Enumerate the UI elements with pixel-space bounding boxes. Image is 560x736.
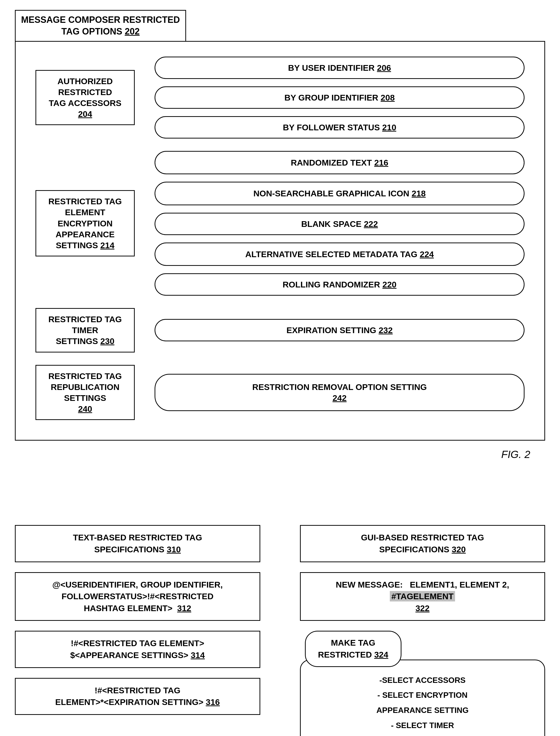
fig2-figure-label: FIG. 2 <box>501 449 530 461</box>
fig2-diagram: MESSAGE COMPOSER RESTRICTEDTAG OPTIONS 2… <box>15 10 545 441</box>
oval-randomized-text: RANDOMIZED TEXT 216 <box>155 151 525 174</box>
left-box-timer: RESTRICTED TAG TIMERSETTINGS 230 <box>35 308 135 352</box>
oval-restriction-removal: RESTRICTION REMOVAL OPTION SETTING242 <box>155 374 525 411</box>
fig3-left-column: TEXT-BASED RESTRICTED TAGSPECIFICATIONS … <box>15 525 260 715</box>
left-label-republication: RESTRICTED TAGREPUBLICATION SETTINGS240 <box>48 372 122 414</box>
oval-expiration: EXPIRATION SETTING 232 <box>155 319 525 341</box>
fig2-main-border: AUTHORIZED RESTRICTEDTAG ACCESSORS 204 B… <box>15 41 545 441</box>
oval-rolling-randomizer: ROLLING RANDOMIZER 220 <box>155 273 525 296</box>
oval-non-searchable: NON-SEARCHABLE GRAPHICAL ICON 218 <box>155 182 525 205</box>
make-tag-suboptions: -SELECT ACCESSORS - SELECT ENCRYPTIONAPP… <box>300 660 545 736</box>
fig3-item-312: @<USERIDENTIFIER, GROUP IDENTIFIER,FOLLO… <box>15 572 260 621</box>
fig3-make-tag-group: MAKE TAGRESTRICTED 324 -SELECT ACCESSORS… <box>300 631 545 736</box>
left-box-encryption: RESTRICTED TAG ELEMENTENCRYPTION APPEARA… <box>35 190 135 256</box>
right-items-encryption: RANDOMIZED TEXT 216 NON-SEARCHABLE GRAPH… <box>155 151 525 296</box>
tag-highlight: #TAGELEMENT <box>390 591 455 602</box>
fig3-right-column: GUI-BASED RESTRICTED TAGSPECIFICATIONS 3… <box>300 525 545 736</box>
make-tag-oval: MAKE TAGRESTRICTED 324 <box>305 631 401 667</box>
fig3-right-title-box: GUI-BASED RESTRICTED TAGSPECIFICATIONS 3… <box>300 525 545 562</box>
oval-user-identifier: BY USER IDENTIFIER 206 <box>155 57 525 79</box>
fig3-item-316: !#<RESTRICTED TAGELEMENT>*<EXPIRATION SE… <box>15 678 260 715</box>
fig3-left-title-box: TEXT-BASED RESTRICTED TAGSPECIFICATIONS … <box>15 525 260 562</box>
left-label-accessors: AUTHORIZED RESTRICTEDTAG ACCESSORS 204 <box>49 76 122 119</box>
oval-alternative-metadata: ALTERNATIVE SELECTED METADATA TAG 224 <box>155 242 525 266</box>
right-items-republication: RESTRICTION REMOVAL OPTION SETTING242 <box>155 374 525 411</box>
fig3-diagram: TEXT-BASED RESTRICTED TAGSPECIFICATIONS … <box>15 525 545 736</box>
fig3-new-message-box: NEW MESSAGE: ELEMENT1, ELEMENT 2, #TAGEL… <box>300 572 545 621</box>
left-box-accessors: AUTHORIZED RESTRICTEDTAG ACCESSORS 204 <box>35 70 135 125</box>
oval-group-identifier: BY GROUP IDENTIFIER 208 <box>155 86 525 109</box>
fig2-row-republication: RESTRICTED TAGREPUBLICATION SETTINGS240 … <box>35 365 525 420</box>
left-label-timer: RESTRICTED TAG TIMERSETTINGS 230 <box>48 314 122 346</box>
right-items-accessors: BY USER IDENTIFIER 206 BY GROUP IDENTIFI… <box>155 57 525 139</box>
fig2-title-text: MESSAGE COMPOSER RESTRICTEDTAG OPTIONS 2… <box>21 15 180 36</box>
fig3-columns: TEXT-BASED RESTRICTED TAGSPECIFICATIONS … <box>15 525 545 736</box>
fig3-item-314: !#<RESTRICTED TAG ELEMENT>$<APPEARANCE S… <box>15 631 260 668</box>
left-box-republication: RESTRICTED TAGREPUBLICATION SETTINGS240 <box>35 365 135 420</box>
right-items-timer: EXPIRATION SETTING 232 <box>155 319 525 341</box>
oval-blank-space: BLANK SPACE 222 <box>155 213 525 235</box>
fig2-row-timer: RESTRICTED TAG TIMERSETTINGS 230 EXPIRAT… <box>35 308 525 352</box>
oval-follower-status: BY FOLLOWER STATUS 210 <box>155 116 525 138</box>
left-label-encryption: RESTRICTED TAG ELEMENTENCRYPTION APPEARA… <box>48 197 122 250</box>
fig2-title-box: MESSAGE COMPOSER RESTRICTEDTAG OPTIONS 2… <box>15 10 186 42</box>
fig2-row-accessors: AUTHORIZED RESTRICTEDTAG ACCESSORS 204 B… <box>35 57 525 139</box>
fig2-row-encryption: RESTRICTED TAG ELEMENTENCRYPTION APPEARA… <box>35 151 525 296</box>
